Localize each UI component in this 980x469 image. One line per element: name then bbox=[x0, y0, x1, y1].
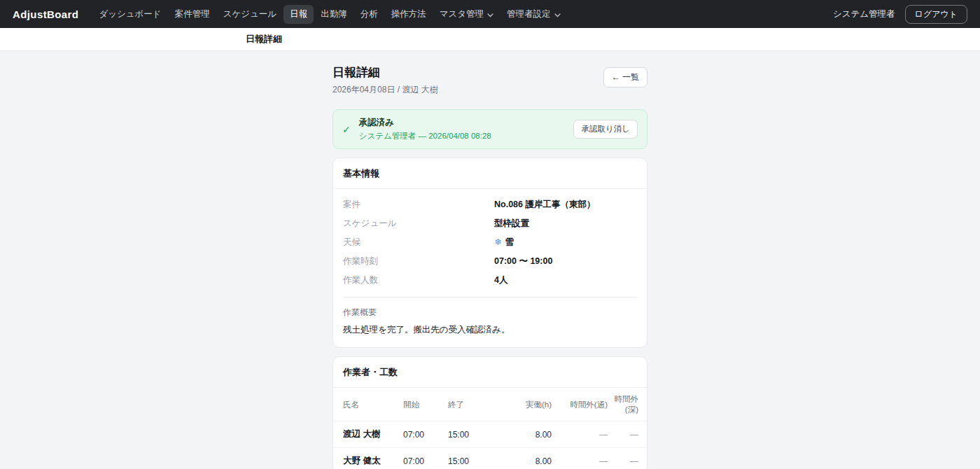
sub-header-bar: 日報詳細 bbox=[0, 28, 980, 51]
nav-item-schedule[interactable]: スケジュール bbox=[217, 5, 283, 24]
basic-info-card: 基本情報 案件 No.086 護岸工事（東部） スケジュール 型枠設置 天候 ❄… bbox=[332, 158, 648, 348]
workers-table: 氏名 開始 終了 実働(h) 時間外(通) 時間外(深) 渡辺 大樹 07:00… bbox=[333, 388, 648, 469]
nav-item-daily-report[interactable]: 日報 bbox=[284, 5, 314, 24]
approval-detail-text: システム管理者 — 2026/04/08 08:28 bbox=[359, 131, 491, 141]
nav-item-analytics[interactable]: 分析 bbox=[354, 5, 384, 24]
info-row-weather: 天候 ❄雪 bbox=[343, 237, 637, 248]
sub-header-title: 日報詳細 bbox=[246, 28, 282, 50]
main-nav: ダッシュボード 案件管理 スケジュール 日報 出勤簿 分析 操作方法 マスタ管理… bbox=[92, 5, 566, 24]
info-row-work-hours: 作業時刻 07:00 〜 19:00 bbox=[343, 255, 637, 267]
nav-item-admin-settings[interactable]: 管理者設定 bbox=[500, 5, 567, 24]
info-row-headcount: 作業人数 4人 bbox=[343, 274, 637, 286]
page-title: 日報詳細 bbox=[332, 64, 438, 80]
approval-status-banner: ✓ 承認済み システム管理者 — 2026/04/08 08:28 承認取り消し bbox=[332, 109, 648, 149]
nav-item-attendance[interactable]: 出勤簿 bbox=[314, 5, 354, 24]
nav-right-group: システム管理者 ログアウト bbox=[833, 5, 967, 24]
table-header-row: 氏名 開始 終了 実働(h) 時間外(通) 時間外(深) bbox=[333, 388, 648, 421]
info-row-project: 案件 No.086 護岸工事（東部） bbox=[343, 199, 637, 211]
nav-item-dashboard[interactable]: ダッシュボード bbox=[92, 5, 167, 24]
work-summary-label: 作業概要 bbox=[343, 307, 637, 318]
app-logo[interactable]: AdjustBoard bbox=[13, 8, 78, 20]
top-navigation-bar: AdjustBoard ダッシュボード 案件管理 スケジュール 日報 出勤簿 分… bbox=[0, 0, 980, 28]
basic-info-card-title: 基本情報 bbox=[333, 158, 647, 189]
chevron-down-icon bbox=[554, 10, 561, 20]
current-user-role: システム管理者 bbox=[833, 8, 895, 20]
workers-card: 作業者・工数 氏名 開始 終了 実働(h) 時間外(通) 時間外(深) 渡辺 大… bbox=[332, 356, 648, 469]
nav-item-master-settings[interactable]: マスタ管理 bbox=[433, 5, 500, 24]
report-date-author: 2026年04月08日 / 渡辺 大樹 bbox=[332, 84, 438, 96]
nav-item-projects[interactable]: 案件管理 bbox=[169, 5, 216, 24]
revoke-approval-button[interactable]: 承認取り消し bbox=[573, 120, 638, 139]
back-to-list-button[interactable]: ← 一覧 bbox=[603, 67, 648, 88]
info-row-schedule: スケジュール 型枠設置 bbox=[343, 218, 637, 230]
nav-item-help[interactable]: 操作方法 bbox=[385, 5, 433, 24]
approval-status-text: 承認済み bbox=[359, 117, 491, 129]
chevron-down-icon bbox=[487, 10, 493, 20]
divider bbox=[343, 297, 637, 298]
page-header: 日報詳細 2026年04月08日 / 渡辺 大樹 ← 一覧 bbox=[332, 64, 648, 96]
workers-card-title: 作業者・工数 bbox=[333, 357, 647, 388]
table-row: 渡辺 大樹 07:00 15:00 8.00 — — bbox=[333, 421, 648, 448]
logout-button[interactable]: ログアウト bbox=[905, 5, 967, 24]
check-icon: ✓ bbox=[342, 124, 351, 135]
table-row: 大野 健太 07:00 15:00 8.00 — — bbox=[333, 448, 648, 469]
daily-report-detail-page: 日報詳細 2026年04月08日 / 渡辺 大樹 ← 一覧 ✓ 承認済み システ… bbox=[332, 51, 648, 469]
snowflake-icon: ❄ bbox=[494, 237, 501, 247]
work-summary-text: 残土処理を完了。搬出先の受入確認済み。 bbox=[343, 324, 637, 336]
